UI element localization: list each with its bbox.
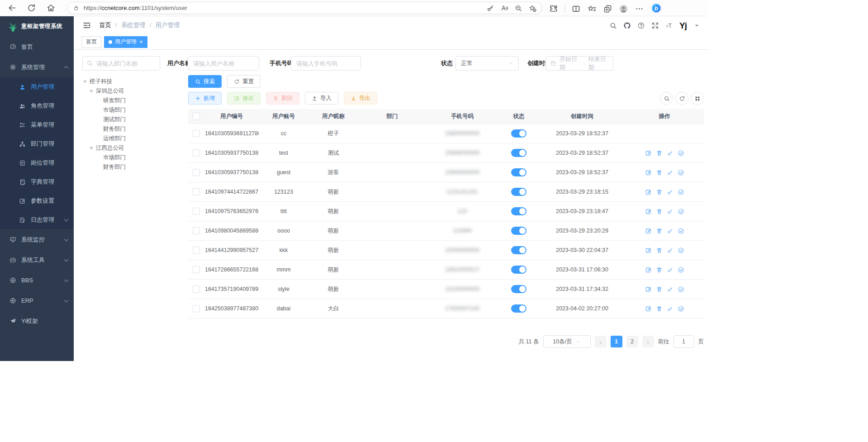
sidebar-item-erp[interactable]: ERP <box>0 290 74 311</box>
delete-row-icon[interactable] <box>656 247 663 254</box>
password-icon[interactable] <box>486 4 494 12</box>
edit-row-icon[interactable] <box>645 305 652 312</box>
delete-row-icon[interactable] <box>656 169 663 176</box>
delete-row-icon[interactable] <box>656 228 663 234</box>
status-toggle[interactable] <box>511 168 526 176</box>
reset-button[interactable]: 重置 <box>227 75 261 88</box>
goto-page-input[interactable] <box>674 335 694 348</box>
tab-close-icon[interactable]: × <box>139 39 143 45</box>
browser-profile-icon[interactable] <box>619 4 628 14</box>
dept-search-input[interactable] <box>82 56 160 71</box>
status-toggle[interactable] <box>511 129 526 138</box>
sidebar-item-system[interactable]: 系统管理 <box>0 57 74 77</box>
github-icon[interactable] <box>623 22 631 29</box>
tree-node[interactable]: 市场部门 <box>82 105 182 115</box>
edit-button[interactable]: 修改 <box>227 92 261 105</box>
tree-node[interactable]: 江西总公司 <box>82 143 182 153</box>
assign-role-icon[interactable] <box>678 266 684 273</box>
page-button[interactable]: 1 <box>611 336 622 347</box>
sidebar-item-log-management[interactable]: 日志管理 <box>0 210 74 229</box>
sidebar-item-monitor[interactable]: 系统监控 <box>0 229 74 250</box>
table-columns-button[interactable] <box>691 92 704 105</box>
status-toggle[interactable] <box>511 266 526 274</box>
select-all-checkbox[interactable] <box>193 113 200 120</box>
sidebar-item-post-management[interactable]: 岗位管理 <box>0 153 74 172</box>
lock-icon[interactable] <box>73 5 80 11</box>
username-input[interactable] <box>188 56 259 71</box>
edit-row-icon[interactable] <box>645 286 652 293</box>
row-checkbox[interactable] <box>193 247 200 254</box>
sidebar-item-yi-framework[interactable]: Yi框架 <box>0 311 74 331</box>
tree-node[interactable]: 测试部门 <box>82 115 182 124</box>
reset-password-icon[interactable] <box>667 189 674 195</box>
search-button[interactable]: 搜索 <box>188 75 222 88</box>
reset-password-icon[interactable] <box>667 228 674 234</box>
assign-role-icon[interactable] <box>678 247 684 254</box>
user-avatar[interactable]: Yj <box>679 21 687 30</box>
row-checkbox[interactable] <box>193 266 200 273</box>
reset-password-icon[interactable] <box>667 247 674 254</box>
browser-home-icon[interactable] <box>46 3 56 13</box>
add-button[interactable]: 新增 <box>188 92 222 105</box>
browser-back-icon[interactable] <box>7 3 17 13</box>
row-checkbox[interactable] <box>193 169 200 176</box>
status-toggle[interactable] <box>511 149 526 157</box>
delete-row-icon[interactable] <box>656 305 663 312</box>
app-logo[interactable]: 意框架管理系统 <box>0 16 74 37</box>
tree-node[interactable]: 市场部门 <box>82 153 182 162</box>
collections-icon[interactable] <box>603 4 612 14</box>
row-checkbox[interactable] <box>193 305 200 312</box>
assign-role-icon[interactable] <box>678 150 684 157</box>
status-toggle[interactable] <box>511 285 526 293</box>
fullscreen-icon[interactable] <box>651 22 659 29</box>
table-refresh-button[interactable] <box>675 92 688 105</box>
status-toggle[interactable] <box>511 227 526 235</box>
caret-icon[interactable] <box>90 147 93 150</box>
sidebar-item-dept-management[interactable]: 部门管理 <box>0 134 74 153</box>
sidebar-item-user-management[interactable]: 用户管理 <box>0 77 74 96</box>
reset-password-icon[interactable] <box>667 150 674 157</box>
reset-password-icon[interactable] <box>667 208 674 215</box>
font-size-icon[interactable]: TT <box>665 22 673 29</box>
help-icon[interactable] <box>637 22 645 29</box>
sidebar-item-dict-management[interactable]: 字典管理 <box>0 172 74 191</box>
edit-row-icon[interactable] <box>645 150 652 157</box>
delete-row-icon[interactable] <box>656 286 663 293</box>
assign-role-icon[interactable] <box>678 189 684 195</box>
table-search-button[interactable] <box>660 92 673 105</box>
edit-row-icon[interactable] <box>645 189 652 195</box>
browser-menu-icon[interactable] <box>635 4 644 14</box>
breadcrumb-system[interactable]: 系统管理 <box>121 22 146 29</box>
reset-password-icon[interactable] <box>667 286 674 293</box>
row-checkbox[interactable] <box>193 188 200 195</box>
tree-node[interactable]: 研发部门 <box>82 96 182 105</box>
favorites-icon[interactable] <box>587 4 597 14</box>
page-button[interactable]: 2 <box>626 336 638 347</box>
page-size-select[interactable]: 10条/页 <box>543 335 591 348</box>
delete-row-icon[interactable] <box>656 150 663 157</box>
tree-node[interactable]: 财务部门 <box>82 124 182 134</box>
sidebar-item-param-settings[interactable]: 参数设置 <box>0 191 74 210</box>
reset-password-icon[interactable] <box>667 266 674 273</box>
edit-row-icon[interactable] <box>645 208 652 215</box>
export-button[interactable]: 导出 <box>344 92 377 105</box>
date-range-picker[interactable]: 开始日期 - 结束日期 <box>545 56 613 71</box>
row-checkbox[interactable] <box>193 130 200 137</box>
caret-icon[interactable] <box>83 81 87 83</box>
sidebar-item-home[interactable]: 首页 <box>0 37 74 57</box>
header-search-icon[interactable] <box>609 22 617 29</box>
delete-button[interactable]: 删除 <box>266 92 299 105</box>
add-favorite-icon[interactable] <box>528 4 536 12</box>
zoom-out-icon[interactable] <box>514 4 522 12</box>
sidebar-item-role-management[interactable]: 角色管理 <box>0 96 74 115</box>
tree-node[interactable]: 运维部门 <box>82 134 182 143</box>
status-toggle[interactable] <box>511 246 526 254</box>
tab-home[interactable]: 首页 <box>81 36 101 48</box>
next-page-button[interactable]: › <box>642 336 654 347</box>
row-checkbox[interactable] <box>193 285 200 293</box>
edit-row-icon[interactable] <box>645 228 652 234</box>
reset-password-icon[interactable] <box>667 305 674 312</box>
edit-row-icon[interactable] <box>645 266 652 273</box>
sidebar-item-bbs[interactable]: BBS <box>0 270 74 290</box>
sidebar-item-tools[interactable]: 系统工具 <box>0 250 74 270</box>
